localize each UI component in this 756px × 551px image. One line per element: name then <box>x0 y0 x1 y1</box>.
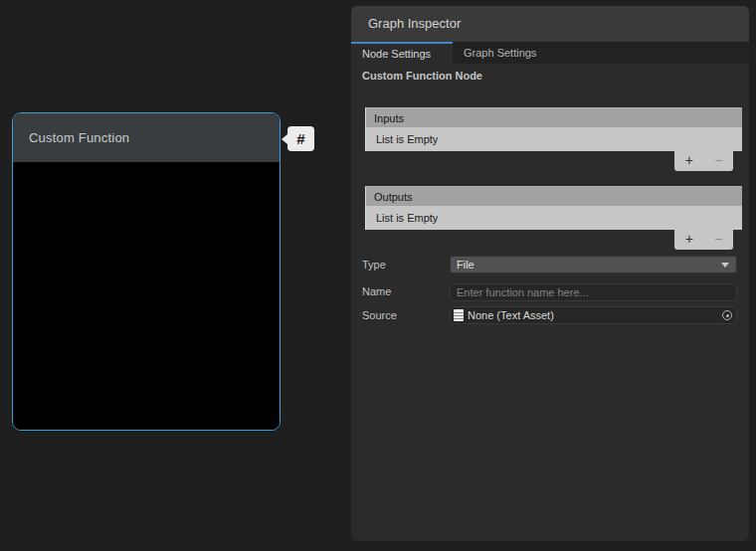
outputs-list-empty-row: List is Empty <box>365 206 742 230</box>
tab-node-settings[interactable]: Node Settings <box>351 42 453 64</box>
inputs-list-empty-row: List is Empty <box>365 127 742 151</box>
text-asset-icon <box>454 309 464 321</box>
inputs-list-header: Inputs <box>365 107 742 127</box>
object-picker-icon[interactable] <box>722 310 732 320</box>
custom-function-hash-badge[interactable]: # <box>287 126 314 151</box>
inputs-add-button[interactable]: + <box>674 151 704 171</box>
custom-function-node[interactable]: Custom Function <box>12 112 281 431</box>
source-object-value: None (Text Asset) <box>468 309 554 321</box>
name-row: Name <box>351 282 749 300</box>
outputs-list: Outputs List is Empty + − <box>365 186 742 230</box>
node-preview-body <box>13 162 280 430</box>
inspector-header[interactable]: Graph Inspector <box>351 6 749 42</box>
source-row: Source None (Text Asset) <box>351 306 749 324</box>
outputs-list-footer: + − <box>674 230 733 250</box>
graph-canvas[interactable]: Custom Function # Graph Inspector Node S… <box>0 0 756 551</box>
type-label: Type <box>362 256 386 274</box>
outputs-remove-button[interactable]: − <box>704 230 734 250</box>
outputs-list-header: Outputs <box>365 186 742 206</box>
node-title-bar[interactable]: Custom Function <box>13 113 280 162</box>
outputs-add-button[interactable]: + <box>674 230 704 250</box>
chevron-down-icon <box>721 263 729 268</box>
source-label: Source <box>362 306 397 324</box>
section-title: Custom Function Node <box>362 70 482 82</box>
type-dropdown-value: File <box>457 259 474 271</box>
name-label: Name <box>362 282 391 300</box>
inputs-remove-button[interactable]: − <box>704 151 734 171</box>
hash-icon: # <box>296 130 304 147</box>
source-object-field[interactable]: None (Text Asset) <box>450 306 737 324</box>
tab-graph-settings[interactable]: Graph Settings <box>453 42 562 64</box>
type-row: Type File <box>351 256 749 274</box>
inspector-tabbar: Node Settings Graph Settings <box>351 42 749 64</box>
function-name-input[interactable] <box>450 283 737 301</box>
type-dropdown[interactable]: File <box>450 256 737 274</box>
inspector-title: Graph Inspector <box>368 16 461 31</box>
inputs-list-footer: + − <box>674 151 733 171</box>
graph-inspector-panel: Graph Inspector Node Settings Graph Sett… <box>351 6 749 541</box>
node-title: Custom Function <box>29 130 129 145</box>
inputs-list: Inputs List is Empty + − <box>365 107 742 151</box>
